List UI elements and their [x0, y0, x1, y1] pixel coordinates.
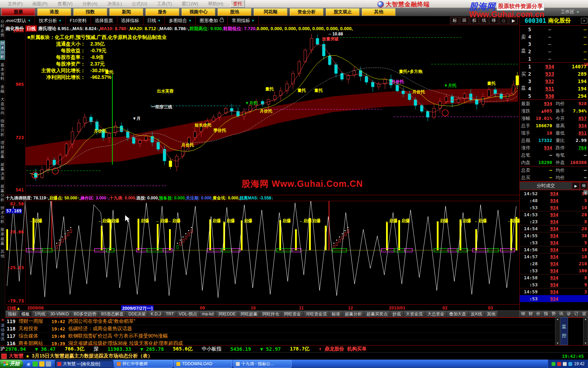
ticker-headline[interactable]: 3月15日大智慧超赢主力数据追踪及市场动态分析（表） — [32, 353, 153, 359]
timesales-row[interactable]: 14:5593430 — [520, 232, 588, 239]
tab-VOL-拐点[interactable]: VOL-拐点 — [176, 311, 200, 317]
scroll-up-icon[interactable]: ▲ — [556, 318, 559, 321]
minitab-指[interactable]: 指 — [542, 311, 550, 317]
oscillator-chart[interactable] — [6, 200, 519, 304]
tab-模板[interactable]: 模板 — [19, 311, 32, 317]
timesales-row[interactable]: :5393410 — [520, 204, 588, 211]
queue-row[interactable]: 193414077+10 — [520, 63, 588, 70]
tab-大总资金[interactable]: 大总资金 — [425, 311, 447, 317]
queue-row[interactable]: 5930294 — [520, 92, 588, 100]
menu-item[interactable]: 帮助(H) — [203, 1, 228, 7]
nav-button-股票[interactable]: 股票 — [1, 8, 35, 16]
tab-阿旺资金[interactable]: 阿旺资金 — [282, 311, 303, 317]
sidebar-item-超赢分析[interactable]: 超赢分析 — [1, 184, 5, 202]
toolbar-item-技术分析[interactable]: 技术分析▼ — [35, 16, 66, 25]
sidebar-item-指数分析[interactable]: 指数分析 — [1, 119, 5, 137]
minitab-诊[interactable]: 诊 — [565, 311, 573, 317]
minitab-讯[interactable]: 讯 — [558, 311, 565, 317]
sidebar-item-超赢决策[interactable]: 超赢决策 — [1, 162, 5, 180]
timesales-row[interactable]: :489345 — [520, 197, 588, 204]
nav-button-其他[interactable]: 其他 — [362, 8, 396, 16]
tray-icon[interactable] — [568, 362, 572, 366]
toolbar-icon-0[interactable]: 标 — [450, 17, 459, 24]
timesales-row[interactable]: 14:589348 — [520, 274, 588, 281]
tab-BS形态解盘[interactable]: BS形态解盘 — [99, 311, 126, 317]
sidebar-item-大盘动向[interactable]: 大盘动向 — [1, 97, 5, 115]
start-button[interactable]: 开始 — [0, 360, 23, 368]
tab-叠加大盘[interactable]: 叠加大盘 — [447, 311, 469, 317]
timesales-row[interactable]: 14:5493420 — [520, 225, 588, 232]
menu-item[interactable]: 查看(V) — [52, 1, 77, 7]
task-button[interactable]: 大智慧 —[南化股份] — [55, 360, 113, 368]
tab-超赢分析[interactable]: 超赢分析 — [343, 311, 364, 317]
timesales-row[interactable]: 14:5793410 — [520, 253, 588, 260]
sidebar-item-股票超赢[interactable]: 股票超赢 — [1, 227, 5, 246]
toolbar-item-F10资料[interactable]: F10资料 — [66, 16, 91, 25]
minitab-篮[interactable]: 篮 — [580, 311, 588, 317]
menu-item[interactable]: 分析(A) — [77, 1, 102, 7]
sidebar-item-理财超赢[interactable]: 理财超赢 — [1, 141, 5, 159]
menu-entrust[interactable]: 委托 — [230, 0, 245, 8]
menu-item[interactable]: 决策(L) — [103, 1, 127, 7]
tray-icon[interactable] — [563, 362, 567, 366]
toolbar-item-选择指标[interactable]: 选择指标 — [117, 16, 144, 25]
tab-1均线[interactable]: 1均线 — [32, 311, 48, 317]
tab-河旺资金流[interactable]: 河旺资金流 — [303, 311, 329, 317]
desktop-icon[interactable] — [46, 361, 51, 367]
timesales-row[interactable]: 14:5393420 — [520, 211, 588, 218]
toolbar-item-常用指标[interactable]: 常用指标▼ — [228, 16, 259, 25]
timesales-row[interactable]: :539349 — [520, 281, 588, 288]
scroll-down-icon[interactable]: ▼ — [584, 342, 587, 345]
task-button[interactable]: 怀仁中学教师 — [114, 360, 173, 368]
nav-button-港股[interactable]: 港股 — [37, 8, 71, 16]
toolbar-item-多图组合[interactable]: 多图组合▼ — [165, 16, 196, 25]
nav-button-服务[interactable]: 服务 — [146, 8, 179, 16]
browser-icon[interactable]: e — [26, 361, 31, 367]
tray-icon[interactable] — [552, 362, 555, 366]
scroll-up-icon[interactable]: ▲ — [583, 190, 588, 195]
tab-ma-kd[interactable]: ma-kd — [200, 311, 216, 317]
expand-icon[interactable]: ▶ — [572, 182, 580, 189]
timesales-row[interactable]: 14:599343 — [520, 288, 588, 295]
messenger-icon[interactable] — [33, 361, 38, 367]
tab-标准[interactable]: 标准 — [329, 311, 343, 317]
tab-DDE决策[interactable]: DDE决策 — [126, 311, 148, 317]
queue-row[interactable]: 2—— — [520, 48, 588, 55]
timesales-row[interactable]: :53934100 — [520, 267, 588, 274]
menu-item[interactable]: 窗口(W) — [177, 1, 203, 7]
toolbar-item-选择股票[interactable]: 选择股票 — [91, 16, 117, 25]
scroll-down-icon[interactable]: ▼ — [556, 342, 559, 345]
news-row[interactable]: 118天相投资19:42低碳经济：成两会最热议话题 — [5, 325, 560, 333]
tab-K.D.J[interactable]: K.D.J — [148, 311, 163, 317]
folder-icon[interactable] — [39, 361, 44, 367]
tab-BD多空趋势[interactable]: BD多空趋势 — [71, 311, 99, 317]
queue-row[interactable]: 4931194 — [520, 85, 588, 92]
news-row[interactable]: 117综合媒体19:40欧钢联指责矿价过高 中方表示不接受90%涨幅 — [5, 333, 560, 340]
sidebar-item-其他[interactable]: 其他 — [1, 249, 5, 258]
nav-button-指数[interactable]: 指数 — [74, 8, 107, 16]
timesales-row[interactable]: 14:5293430 — [520, 190, 588, 197]
news-scrollbar[interactable]: ▲ ▼ — [555, 317, 560, 345]
nav-button-视频中心[interactable]: 视频中心 — [182, 8, 215, 16]
tab-其他[interactable]: 其他 — [485, 311, 498, 317]
news-row[interactable]: 119理财一周报19:42跨国公司在华业务成“救命稻草” — [5, 318, 560, 325]
tab-指标[interactable]: 指标 — [6, 311, 19, 317]
task-button[interactable]: TDDOWNLOAD — [174, 360, 232, 368]
sidebar-item-基本资料[interactable]: 基本资料 — [1, 63, 5, 81]
minitab-势[interactable]: 势 — [550, 311, 557, 317]
task-button[interactable]: 十九强 - 指标公... — [233, 360, 292, 368]
minitab-价[interactable]: 价 — [535, 311, 542, 317]
queue-row[interactable]: 5—— — [520, 26, 588, 33]
sidebar-item-技术分析[interactable]: 技术分析 — [1, 41, 5, 59]
timesales-row[interactable]: :239348 — [520, 218, 588, 225]
sidebar-item-技术分析[interactable]: 技术分析 — [1, 206, 5, 224]
right-scrollbar[interactable]: ▲ ▼ — [583, 317, 588, 345]
sidebar-item-金融[interactable]: 金融 — [1, 84, 5, 94]
nav-button-股池[interactable]: 股池 — [218, 8, 251, 16]
tab-阿旺超赢[interactable]: 阿旺超赢 — [238, 311, 260, 317]
minitab-财[interactable]: 财 — [527, 311, 534, 317]
tab-大资金流[interactable]: 大资金流 — [404, 311, 425, 317]
queue-row[interactable]: 1—— — [520, 55, 588, 62]
tab-反K线[interactable]: 反K线 — [469, 311, 485, 317]
queue-row[interactable]: 3932194 — [520, 77, 588, 85]
